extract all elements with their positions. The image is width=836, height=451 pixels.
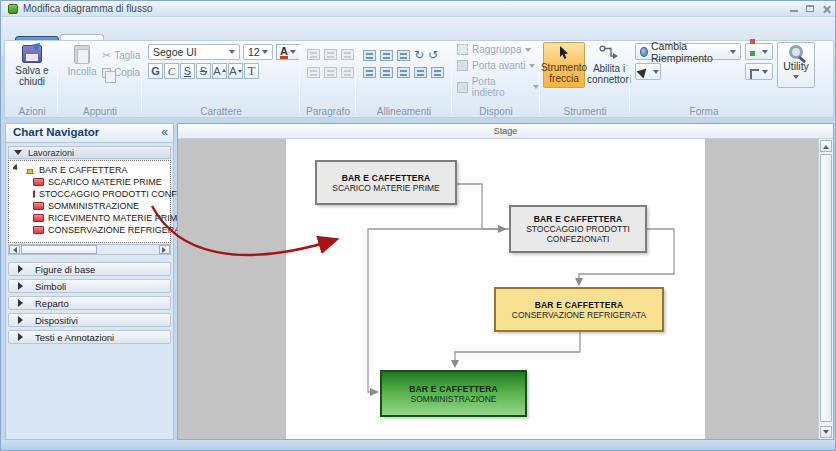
- font-size-select[interactable]: 12: [243, 44, 273, 60]
- process-icon: [33, 178, 44, 186]
- raggruppa-button[interactable]: Raggruppa: [457, 44, 531, 55]
- scrollbar-thumb[interactable]: [21, 245, 97, 254]
- tree-horizontal-scrollbar[interactable]: [8, 244, 171, 255]
- change-fill-button[interactable]: Cambia Riempimento: [635, 43, 741, 60]
- connector-style-button[interactable]: [745, 63, 773, 80]
- save-close-button[interactable]: Salva e chiudi: [12, 45, 52, 87]
- tree-item[interactable]: RICEVIMENTO MATERIE PRIME: [33, 212, 191, 223]
- section-reparto[interactable]: Reparto: [8, 296, 171, 310]
- cut-button[interactable]: ✂ Taglia: [102, 49, 140, 62]
- process-icon: [33, 202, 44, 210]
- align-right-icon[interactable]: [397, 50, 410, 61]
- porta-indietro-button[interactable]: Porta indietro: [457, 76, 539, 98]
- section-lavorazioni[interactable]: Lavorazioni: [8, 146, 171, 159]
- paste-button[interactable]: Incolla: [63, 45, 101, 77]
- rotate-cw-icon[interactable]: ↻: [414, 49, 424, 61]
- group-azioni: Salva e chiudi Azioni: [8, 41, 56, 119]
- rotate-ccw-icon[interactable]: ↺: [428, 49, 438, 61]
- section-dispositivi[interactable]: Dispositivi: [8, 313, 171, 327]
- home-icon: [25, 165, 35, 174]
- shrink-font-label: A: [229, 65, 236, 77]
- section-figure-di-base[interactable]: Figure di base: [8, 262, 171, 276]
- scroll-left-button[interactable]: [9, 245, 20, 254]
- maximize-button[interactable]: [803, 4, 817, 14]
- align-left-icon[interactable]: [363, 50, 376, 61]
- tree-item[interactable]: CONSERVAZIONE REFRIGERATA: [33, 224, 191, 235]
- copy-button[interactable]: Copia: [102, 67, 140, 78]
- font-color-icon: A: [280, 46, 288, 59]
- font-family-select[interactable]: Segoe UI: [148, 44, 240, 60]
- clipboard-icon: [74, 45, 90, 64]
- group-label-azioni: Azioni: [8, 106, 56, 117]
- flow-node-somministrazione[interactable]: BAR E CAFFETTERA SOMMINISTRAZIONE: [380, 370, 527, 417]
- distribute-horizontal-icon[interactable]: [414, 67, 427, 78]
- group-carattere: Segoe UI 12 A G C S S A A T Carattere: [143, 41, 299, 119]
- group-appunti: Incolla ✂ Taglia Copia Appunti: [59, 41, 141, 119]
- tree-root-item[interactable]: BAR E CAFFETTERA: [13, 164, 171, 175]
- navigator-tree: BAR E CAFFETTERA SCARICO MATERIE PRIME S…: [8, 160, 171, 243]
- tree-item[interactable]: STOCCAGGIO PRODOTTI CONFEZIONATI: [33, 188, 191, 199]
- section-lavorazioni-label: Lavorazioni: [28, 148, 74, 158]
- valign-bottom-icon[interactable]: [341, 49, 354, 60]
- text-align-left-icon[interactable]: [307, 67, 320, 78]
- raggruppa-label: Raggruppa: [472, 44, 521, 55]
- line-style-button[interactable]: [635, 63, 661, 80]
- chevron-down-icon: [762, 50, 768, 57]
- tree-item[interactable]: SOMMINISTRAZIONE: [33, 200, 191, 211]
- arrowhead-icon: [451, 360, 459, 368]
- group-label-strumenti: Strumenti: [541, 106, 629, 117]
- valign-top-icon[interactable]: [307, 49, 320, 60]
- copy-icon: [102, 68, 111, 78]
- process-icon: [33, 226, 44, 234]
- porta-avanti-button[interactable]: Porta avanti: [457, 60, 535, 71]
- distribute-vertical-icon[interactable]: [431, 67, 444, 78]
- italic-button[interactable]: C: [164, 63, 179, 79]
- cut-label: Taglia: [114, 50, 140, 61]
- section-simboli[interactable]: Simboli: [8, 279, 171, 293]
- tree-item-label: STOCCAGGIO PRODOTTI CONFEZIONATI: [39, 189, 191, 199]
- group-label-appunti: Appunti: [59, 106, 141, 117]
- text-align-center-icon[interactable]: [324, 67, 337, 78]
- flow-node-scarico[interactable]: BAR E CAFFETTERA SCARICO MATERIE PRIME: [315, 160, 457, 205]
- align-middle-icon[interactable]: [380, 67, 393, 78]
- tree-item-label: RICEVIMENTO MATERIE PRIME: [48, 213, 183, 223]
- close-button[interactable]: [819, 4, 833, 14]
- diagram-canvas[interactable]: BAR E CAFFETTERA SCARICO MATERIE PRIME B…: [178, 139, 833, 439]
- navigator-title: Chart Navigator: [13, 126, 99, 138]
- underline-button[interactable]: S: [180, 63, 195, 79]
- triangle-right-icon: [18, 316, 27, 324]
- connector-icon: [599, 45, 619, 61]
- align-bottom-icon[interactable]: [397, 67, 410, 78]
- tree-item[interactable]: SCARICO MATERIE PRIME: [33, 176, 191, 187]
- ribbon: Salva e chiudi Azioni Incolla ✂ Taglia C…: [4, 40, 834, 118]
- minimize-button[interactable]: [787, 4, 801, 14]
- stage-panel: Stage BAR E CAFFETTERA SC: [177, 123, 834, 440]
- font-color-button[interactable]: A: [276, 44, 300, 60]
- grow-font-button[interactable]: A: [212, 63, 227, 79]
- group-label-forma: Forma: [631, 106, 777, 117]
- utility-button[interactable]: Utility: [777, 42, 815, 88]
- section-testi-e-annotazioni[interactable]: Testi e Annotazioni: [8, 330, 171, 344]
- chevron-down-icon: [262, 50, 268, 57]
- text-align-right-icon[interactable]: [341, 67, 354, 78]
- flow-node-stoccaggio[interactable]: BAR E CAFFETTERA STOCCAGGIO PRODOTTI CON…: [509, 205, 647, 253]
- connector-stoccaggio-somministrazione: [368, 229, 509, 392]
- scroll-right-button[interactable]: [159, 245, 170, 254]
- close-icon: [822, 5, 831, 14]
- connector-conservazione-somministrazione: [455, 332, 580, 360]
- expander-icon[interactable]: [13, 164, 23, 175]
- align-top-icon[interactable]: [363, 67, 376, 78]
- align-center-icon[interactable]: [380, 50, 393, 61]
- enable-connectors-button[interactable]: Abilita i connettori: [589, 42, 629, 88]
- shrink-font-button[interactable]: A: [228, 63, 243, 79]
- flow-node-conservazione[interactable]: BAR E CAFFETTERA CONSERVAZIONE REFRIGERA…: [494, 287, 664, 332]
- shape-color-button[interactable]: [745, 43, 773, 60]
- collapse-panel-button[interactable]: «: [161, 125, 168, 139]
- group-label-paragrafo: Paragrafo: [301, 106, 355, 117]
- strikethrough-button[interactable]: S: [196, 63, 211, 79]
- valign-middle-icon[interactable]: [324, 49, 337, 60]
- text-button[interactable]: T: [244, 63, 259, 79]
- arrow-tool-button[interactable]: Strumento freccia: [543, 42, 585, 88]
- group-separator: [57, 45, 58, 113]
- bold-button[interactable]: G: [148, 63, 163, 79]
